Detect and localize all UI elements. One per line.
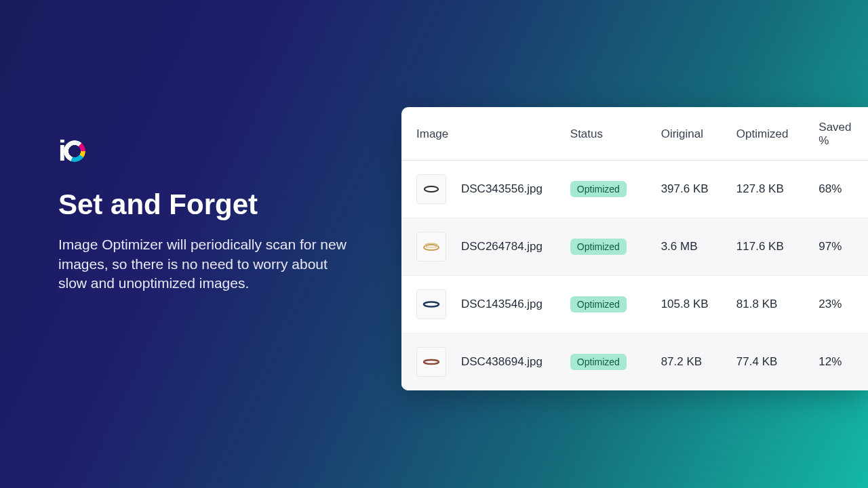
optimized-size: 77.4 KB <box>728 333 810 391</box>
original-size: 105.8 KB <box>653 276 728 333</box>
logo-o-icon <box>64 140 85 162</box>
image-filename: DSC438694.jpg <box>461 355 542 369</box>
header-status: Status <box>562 107 653 161</box>
optimized-size: 117.6 KB <box>728 218 810 276</box>
image-cell: DSC143546.jpg <box>416 289 554 319</box>
logo-text: i <box>58 135 85 167</box>
table-row: DSC343556.jpg Optimized 397.6 KB 127.8 K… <box>401 161 868 218</box>
status-badge: Optimized <box>570 296 627 312</box>
image-thumbnail <box>416 174 446 204</box>
saved-percent: 68% <box>810 161 868 218</box>
hero-description: Image Optimizer will periodically scan f… <box>58 235 357 293</box>
image-thumbnail <box>416 289 446 319</box>
status-badge: Optimized <box>570 239 627 255</box>
header-optimized: Optimized <box>728 107 810 161</box>
header-image: Image <box>401 107 562 161</box>
image-thumbnail <box>416 347 446 377</box>
header-original: Oiriginal <box>653 107 728 161</box>
table-row: DSC264784.jpg Optimized 3.6 MB 117.6 KB … <box>401 218 868 276</box>
image-cell: DSC343556.jpg <box>416 174 554 204</box>
svg-point-3 <box>424 302 439 307</box>
image-table-card: Image Status Oiriginal Optimized Saved %… <box>401 107 868 390</box>
optimized-size: 81.8 KB <box>728 276 810 333</box>
original-size: 3.6 MB <box>653 218 728 276</box>
image-thumbnail <box>416 232 446 262</box>
header-saved: Saved % <box>810 107 868 161</box>
hero-panel: i Set and Forget Image Optimizer will pe… <box>58 132 357 293</box>
status-badge: Optimized <box>570 181 627 197</box>
image-filename: DSC143546.jpg <box>461 298 542 311</box>
table-header-row: Image Status Oiriginal Optimized Saved % <box>401 107 868 161</box>
optimized-size: 127.8 KB <box>728 161 810 218</box>
saved-percent: 12% <box>810 333 868 391</box>
svg-point-0 <box>425 186 438 192</box>
table-row: DSC438694.jpg Optimized 87.2 KB 77.4 KB … <box>401 333 868 391</box>
app-logo: i <box>58 132 96 170</box>
saved-percent: 23% <box>810 276 868 333</box>
image-table: Image Status Oiriginal Optimized Saved %… <box>401 107 868 390</box>
image-cell: DSC438694.jpg <box>416 347 554 377</box>
image-filename: DSC343556.jpg <box>461 182 542 196</box>
table-row: DSC143546.jpg Optimized 105.8 KB 81.8 KB… <box>401 276 868 333</box>
original-size: 397.6 KB <box>653 161 728 218</box>
hero-heading: Set and Forget <box>58 189 357 220</box>
image-filename: DSC264784.jpg <box>461 240 542 253</box>
status-badge: Optimized <box>570 354 627 370</box>
image-cell: DSC264784.jpg <box>416 232 554 262</box>
original-size: 87.2 KB <box>653 333 728 391</box>
saved-percent: 97% <box>810 218 868 276</box>
svg-point-4 <box>424 360 439 364</box>
